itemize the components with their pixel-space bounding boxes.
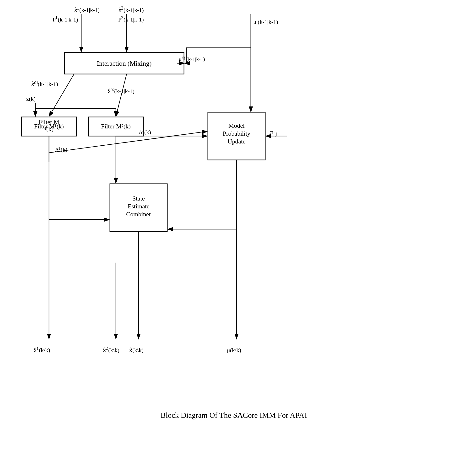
x2-output-super: 2: [106, 346, 108, 351]
lambda1-super: 1: [58, 146, 60, 151]
interaction-box-label: Interaction (Mixing): [97, 60, 151, 67]
model-prob-line1: Model: [228, 122, 245, 129]
p1-paren: (k-1|k-1): [58, 16, 78, 23]
lambda2-super: 2: [142, 129, 144, 133]
filter-m2-label: Filter M²(k): [101, 123, 131, 130]
x2-output-paren: (k\k): [108, 347, 119, 353]
x1-input-paren: (k-1|k-1): [79, 7, 100, 13]
x2-input-paren: (k-1|k-1): [123, 7, 144, 13]
lambda2-paren: (k): [144, 129, 151, 135]
x2-output-label: x̂: [103, 347, 106, 353]
caption-text: Block Diagram Of The SACore IMM For APAT: [161, 411, 308, 419]
filter-m1-combined: Filter M¹(k): [34, 123, 64, 130]
svg-line-14: [49, 74, 74, 116]
x1-input-super: 1: [77, 6, 79, 11]
x02-label: x̂: [107, 88, 111, 94]
model-prob-line2: Probability: [223, 130, 251, 137]
diagram-container: Interaction (Mixing) Filter M ¹(k) Filte…: [0, 0, 469, 476]
model-prob-line3: Update: [227, 138, 245, 145]
x01-label: x̂: [31, 81, 34, 87]
state-est-line3: Combiner: [126, 211, 151, 218]
zk-label: z(k): [26, 96, 36, 102]
pi-ij-sub: ij: [274, 131, 277, 137]
state-est-line2: Estimate: [128, 203, 150, 210]
p2-super: 2: [121, 15, 123, 20]
x1-output-paren: (k\k): [39, 347, 50, 353]
mu-output-label: μ(k\k): [227, 347, 241, 353]
p2-paren: (k-1|k-1): [123, 16, 144, 23]
mu-ij-super: i|j: [182, 56, 185, 60]
p1-super: 1: [55, 15, 58, 20]
x-output-label: x̂(k\k): [129, 347, 144, 353]
mu-ij-label: μ: [179, 56, 182, 62]
svg-line-16: [116, 74, 127, 116]
x2-input-super: 2: [121, 6, 123, 11]
pi-ij-label: π: [270, 129, 273, 136]
state-est-line1: State: [132, 195, 145, 202]
x02-paren: (k-1|k-1): [114, 88, 134, 94]
mu-input-label: μ (k-1|k-1): [253, 19, 278, 25]
x1-output-super: 1: [36, 346, 39, 351]
lambda1-paren: (k): [61, 147, 67, 153]
x1-output-label: x̂: [34, 347, 37, 353]
mu-ij-paren: (k-1|k-1): [186, 56, 205, 62]
x01-paren: (k-1|k-1): [38, 81, 58, 87]
